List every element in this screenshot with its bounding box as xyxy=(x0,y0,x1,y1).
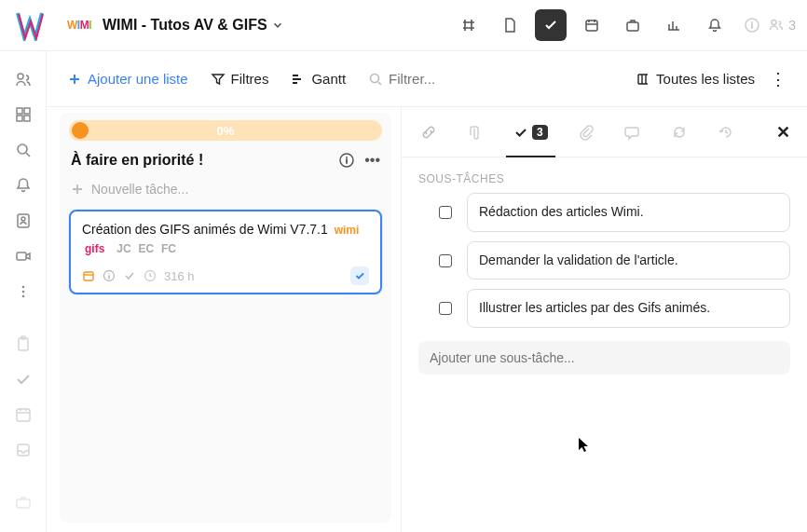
svg-point-4 xyxy=(772,20,776,25)
rail-clipboard-icon[interactable] xyxy=(12,334,34,353)
add-subtask-input[interactable] xyxy=(418,341,790,375)
svg-rect-2 xyxy=(627,22,638,31)
tab-history[interactable] xyxy=(716,107,736,157)
app-logo[interactable] xyxy=(11,7,48,44)
search-icon xyxy=(368,72,383,87)
tab-subtasks[interactable]: 3 xyxy=(512,107,550,157)
task-calendar-icon xyxy=(82,269,95,282)
task-assignee: JC xyxy=(116,242,130,255)
svg-rect-24 xyxy=(84,272,93,280)
rail-contacts-icon[interactable] xyxy=(12,211,34,230)
rail-video-icon[interactable] xyxy=(12,247,34,266)
rail-calendar-icon[interactable] xyxy=(12,405,34,424)
list-info-icon[interactable] xyxy=(338,152,355,169)
progress-knob[interactable] xyxy=(72,122,89,139)
task-tag-wimi: wimi xyxy=(332,224,362,237)
project-title-dropdown[interactable]: WIMI - Tutos AV & GIFS xyxy=(103,17,284,34)
subtask-row: Rédaction des articles Wimi. xyxy=(418,193,790,232)
chevron-down-icon xyxy=(271,19,284,32)
check-icon xyxy=(513,125,528,140)
gantt-label: Gantt xyxy=(311,71,346,87)
subtasks-section-title: SOUS-TÂCHES xyxy=(402,157,807,193)
documents-icon[interactable] xyxy=(494,9,526,41)
rail-people-icon[interactable] xyxy=(12,70,34,89)
info-icon[interactable] xyxy=(744,17,760,34)
all-lists-button[interactable]: Toutes les listes xyxy=(636,71,755,87)
briefcase-icon[interactable] xyxy=(617,9,649,41)
rail-grid-icon[interactable] xyxy=(12,105,34,124)
add-list-button[interactable]: Ajouter une liste xyxy=(67,71,188,87)
svg-rect-13 xyxy=(17,252,26,260)
tab-attachments[interactable] xyxy=(576,107,596,157)
users-icon xyxy=(768,17,785,34)
subtask-text[interactable]: Rédaction des articles Wimi. xyxy=(467,193,790,232)
gantt-button[interactable]: Gantt xyxy=(291,71,346,87)
channels-icon[interactable] xyxy=(453,9,485,41)
list-header: À faire en priorité ! ••• xyxy=(60,148,391,176)
subtasks-count-badge: 3 xyxy=(532,125,548,140)
bell-icon[interactable] xyxy=(699,9,731,41)
gantt-icon xyxy=(291,72,306,87)
close-panel-button[interactable]: ✕ xyxy=(776,122,790,143)
list-column: 0% À faire en priorité ! ••• Nouvelle tâ… xyxy=(47,107,401,532)
task-title-row: Création des GIFS animés de Wimi V7.7.1 … xyxy=(82,221,369,257)
main: 0% À faire en priorité ! ••• Nouvelle tâ… xyxy=(47,107,807,532)
tasks-icon[interactable] xyxy=(535,9,567,41)
task-complete-toggle[interactable] xyxy=(350,266,369,285)
member-count-value: 3 xyxy=(788,18,796,33)
subtask-checkbox[interactable] xyxy=(439,254,452,267)
tab-link[interactable] xyxy=(418,107,439,157)
svg-point-12 xyxy=(21,217,25,221)
svg-rect-17 xyxy=(19,338,28,350)
subtask-row: Demander la validation de l'article. xyxy=(418,241,790,280)
task-card[interactable]: Création des GIFS animés de Wimi V7.7.1 … xyxy=(69,210,382,294)
members-count[interactable]: 3 xyxy=(768,17,796,34)
progress-wrap: 0% xyxy=(60,113,391,148)
detail-tabs: 3 ✕ xyxy=(402,107,807,157)
list-title: À faire en priorité ! xyxy=(71,152,338,169)
all-lists-label: Toutes les listes xyxy=(656,71,755,87)
task-hours: 316 h xyxy=(164,269,195,283)
subtask-checkbox[interactable] xyxy=(439,206,452,219)
mouse-cursor xyxy=(578,437,591,454)
left-rail xyxy=(0,51,47,532)
subtask-checkbox[interactable] xyxy=(439,302,452,315)
rail-briefcase-icon[interactable] xyxy=(12,493,34,512)
top-right: 3 xyxy=(744,17,796,34)
svg-point-22 xyxy=(371,74,379,82)
rail-more-icon[interactable] xyxy=(12,282,34,301)
svg-rect-20 xyxy=(18,444,29,456)
subtask-text[interactable]: Demander la validation de l'article. xyxy=(467,241,790,280)
rail-search-icon[interactable] xyxy=(12,141,34,159)
progress-bar: 0% xyxy=(69,120,382,141)
calendar-icon[interactable] xyxy=(576,9,608,41)
rail-check-icon[interactable] xyxy=(12,370,34,389)
project-title: WIMI - Tutos AV & GIFS xyxy=(103,17,267,34)
topbar: WIMI WIMI - Tutos AV & GIFS 3 xyxy=(0,0,807,51)
tab-comments[interactable] xyxy=(622,107,643,157)
reporting-icon[interactable] xyxy=(658,9,690,41)
search-input[interactable] xyxy=(389,71,566,87)
filters-button[interactable]: Filtres xyxy=(211,71,269,87)
task-title: Création des GIFS animés de Wimi V7.7.1 xyxy=(82,222,328,237)
svg-rect-21 xyxy=(17,499,30,508)
tab-recurring[interactable] xyxy=(669,107,690,157)
task-tag-gifs: gifs xyxy=(82,242,107,255)
svg-rect-19 xyxy=(17,409,30,421)
subtask-row: Illustrer les articles par des Gifs anim… xyxy=(418,289,790,328)
task-assignee: FC xyxy=(161,242,176,255)
rail-bell-icon[interactable] xyxy=(12,176,34,195)
subtask-text[interactable]: Illustrer les articles par des Gifs anim… xyxy=(467,289,790,328)
list-more-icon[interactable]: ••• xyxy=(364,152,380,169)
rail-inbox-icon[interactable] xyxy=(12,441,34,459)
svg-point-10 xyxy=(18,144,27,154)
task-detail-panel: 3 ✕ SOUS-TÂCHES Rédaction des articles W… xyxy=(401,107,807,532)
toolbar-more-icon[interactable]: ⋮ xyxy=(770,69,786,89)
new-task-input[interactable]: Nouvelle tâche... xyxy=(60,176,391,202)
task-info-icon xyxy=(103,269,116,282)
columns-icon xyxy=(636,72,650,87)
new-task-placeholder: Nouvelle tâche... xyxy=(91,182,188,197)
filters-label: Filtres xyxy=(231,71,269,87)
tab-description[interactable] xyxy=(465,107,486,157)
svg-point-14 xyxy=(21,286,24,289)
